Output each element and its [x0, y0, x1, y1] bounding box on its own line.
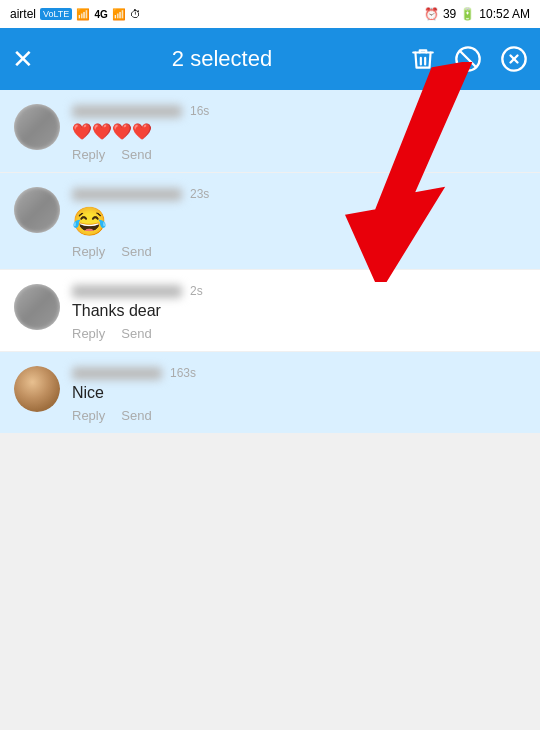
4g-icon: 4G — [94, 9, 107, 20]
alarm-icon: ⏰ — [424, 7, 439, 21]
send-button[interactable]: Send — [121, 326, 151, 341]
send-button[interactable]: Send — [121, 147, 151, 162]
comment-meta: 2s — [72, 284, 526, 298]
comment-body: 16s ❤️❤️❤️❤️ Reply Send — [72, 104, 526, 162]
comment-body: 2s Thanks dear Reply Send — [72, 284, 526, 341]
status-bar: airtel VoLTE 📶 4G 📶 ⏱ ⏰ 39 🔋 10:52 AM — [0, 0, 540, 28]
comment-time: 16s — [190, 104, 209, 118]
svg-line-1 — [460, 51, 476, 67]
delete-button[interactable] — [410, 46, 436, 72]
comment-actions: Reply Send — [72, 326, 526, 341]
dismiss-icon — [500, 45, 528, 73]
block-icon — [454, 45, 482, 73]
avatar-image — [14, 187, 60, 233]
status-left: airtel VoLTE 📶 4G 📶 ⏱ — [10, 7, 141, 21]
top-bar-actions — [410, 45, 528, 73]
close-button[interactable]: ✕ — [12, 44, 34, 75]
comment-time: 163s — [170, 366, 196, 380]
close-icon: ✕ — [12, 44, 34, 75]
comment-text: 😂 — [72, 205, 526, 238]
selection-count-label: 2 selected — [50, 46, 394, 72]
comment-text: ❤️❤️❤️❤️ — [72, 122, 526, 141]
comment-text: Nice — [72, 384, 526, 402]
dismiss-button[interactable] — [500, 45, 528, 73]
comment-item[interactable]: 163s Nice Reply Send — [0, 352, 540, 434]
username-label — [72, 367, 162, 380]
reply-button[interactable]: Reply — [72, 244, 105, 259]
status-right: ⏰ 39 🔋 10:52 AM — [424, 7, 530, 21]
top-bar: ✕ 2 selected — [0, 28, 540, 90]
avatar — [14, 366, 60, 412]
signal2-icon: 📶 — [112, 8, 126, 21]
username-label — [72, 105, 182, 118]
username-label — [72, 285, 182, 298]
comment-item[interactable]: 23s 😂 Reply Send — [0, 173, 540, 270]
avatar-image — [14, 104, 60, 150]
comment-meta: 163s — [72, 366, 526, 380]
battery-icon: 🔋 — [460, 7, 475, 21]
reply-button[interactable]: Reply — [72, 408, 105, 423]
username-label — [72, 188, 182, 201]
carrier-sub-label: VoLTE — [40, 8, 72, 20]
comment-actions: Reply Send — [72, 244, 526, 259]
reply-button[interactable]: Reply — [72, 147, 105, 162]
trash-icon — [410, 46, 436, 72]
comment-meta: 23s — [72, 187, 526, 201]
comment-actions: Reply Send — [72, 408, 526, 423]
time-label: 10:52 AM — [479, 7, 530, 21]
comment-meta: 16s — [72, 104, 526, 118]
avatar — [14, 104, 60, 150]
comment-time: 23s — [190, 187, 209, 201]
timer-icon: ⏱ — [130, 8, 141, 20]
block-button[interactable] — [454, 45, 482, 73]
comment-text: Thanks dear — [72, 302, 526, 320]
avatar-image — [14, 284, 60, 330]
send-button[interactable]: Send — [121, 408, 151, 423]
comment-body: 23s 😂 Reply Send — [72, 187, 526, 259]
comment-item[interactable]: 2s Thanks dear Reply Send — [0, 270, 540, 352]
battery-label: 39 — [443, 7, 456, 21]
avatar-image — [14, 366, 60, 412]
comment-item[interactable]: 16s ❤️❤️❤️❤️ Reply Send — [0, 90, 540, 173]
signal-icon: 📶 — [76, 8, 90, 21]
comment-body: 163s Nice Reply Send — [72, 366, 526, 423]
comment-actions: Reply Send — [72, 147, 526, 162]
comment-time: 2s — [190, 284, 203, 298]
carrier-label: airtel — [10, 7, 36, 21]
comments-list: 16s ❤️❤️❤️❤️ Reply Send 23s 😂 Reply Send — [0, 90, 540, 434]
reply-button[interactable]: Reply — [72, 326, 105, 341]
avatar — [14, 284, 60, 330]
send-button[interactable]: Send — [121, 244, 151, 259]
avatar — [14, 187, 60, 233]
